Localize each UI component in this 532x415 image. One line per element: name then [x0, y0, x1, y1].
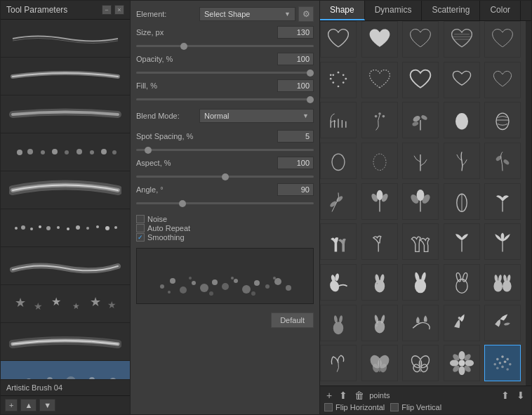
points-up-button[interactable]: ⬆: [499, 389, 512, 402]
spot-slider[interactable]: [136, 143, 314, 153]
default-button[interactable]: Default: [271, 312, 314, 328]
svg-point-20: [114, 226, 117, 229]
shape-item[interactable]: [320, 345, 357, 381]
flip-h-checkbox[interactable]: [324, 403, 333, 411]
tab-shape[interactable]: Shape: [320, 1, 365, 20]
auto-repeat-checkbox[interactable]: [136, 224, 145, 232]
opacity-input[interactable]: [277, 53, 314, 65]
shape-item[interactable]: [484, 345, 521, 381]
add-brush-button[interactable]: +: [5, 399, 18, 411]
upload-shape-button[interactable]: ⬆: [337, 389, 350, 402]
size-slider[interactable]: [136, 39, 314, 49]
shape-item[interactable]: [484, 183, 521, 220]
minimize-button[interactable]: −: [102, 5, 112, 15]
move-up-button[interactable]: ▲: [20, 399, 36, 411]
shape-item[interactable]: [402, 264, 439, 301]
spot-label-row: Spot Spacing, %: [136, 130, 314, 143]
fill-slider[interactable]: [136, 93, 314, 103]
shape-item[interactable]: [320, 264, 357, 301]
shape-item[interactable]: [444, 143, 480, 179]
shape-item[interactable]: [444, 345, 480, 381]
points-down-button[interactable]: ⬇: [514, 389, 527, 402]
svg-point-62: [345, 78, 347, 80]
brush-item[interactable]: [1, 209, 130, 247]
shape-item[interactable]: [320, 305, 357, 341]
add-shape-button[interactable]: +: [324, 389, 334, 402]
shape-item[interactable]: [320, 62, 357, 98]
close-button[interactable]: ×: [114, 5, 124, 15]
angle-slider[interactable]: [136, 197, 314, 206]
shape-item[interactable]: [361, 223, 398, 260]
shape-item[interactable]: [402, 62, 439, 98]
brush-item[interactable]: [1, 171, 130, 209]
select-shape-dropdown[interactable]: Select Shape ▼: [199, 7, 295, 21]
aspect-input[interactable]: [277, 157, 314, 169]
shape-item[interactable]: [444, 21, 480, 58]
shape-item[interactable]: [444, 264, 480, 301]
shape-item[interactable]: [484, 62, 521, 98]
svg-point-115: [503, 280, 512, 291]
shape-item[interactable]: [320, 21, 357, 58]
svg-point-13: [46, 226, 51, 230]
shape-item[interactable]: [484, 223, 521, 260]
shape-item[interactable]: [402, 223, 439, 260]
tab-dynamics[interactable]: Dynamics: [365, 1, 423, 20]
shape-item[interactable]: [444, 223, 480, 260]
shape-item[interactable]: [320, 102, 357, 138]
shape-item[interactable]: [361, 264, 398, 301]
blend-mode-dropdown[interactable]: Normal ▼: [199, 109, 314, 123]
shape-item[interactable]: [444, 183, 480, 220]
shape-item[interactable]: [320, 183, 357, 220]
brush-item[interactable]: [1, 58, 130, 95]
brush-item[interactable]: [1, 247, 130, 285]
angle-label-row: Angle, °: [136, 183, 314, 196]
shape-item[interactable]: [484, 21, 521, 58]
shape-item[interactable]: [402, 305, 439, 341]
shape-item[interactable]: [361, 183, 398, 220]
shape-item[interactable]: [320, 223, 357, 260]
element-settings-button[interactable]: ⚙: [298, 6, 314, 22]
shape-item[interactable]: [361, 102, 398, 138]
shape-item[interactable]: [402, 345, 439, 381]
noise-checkbox[interactable]: [136, 215, 145, 223]
svg-point-66: [330, 78, 332, 80]
shape-item[interactable]: [402, 21, 439, 58]
shape-item[interactable]: [320, 143, 357, 179]
shape-item[interactable]: [484, 102, 521, 138]
brush-item[interactable]: ★ ★ ★ ★ ★ ★: [1, 285, 130, 323]
spot-input[interactable]: [277, 130, 314, 143]
shape-item[interactable]: [361, 345, 398, 381]
shape-item[interactable]: [484, 264, 521, 301]
opacity-slider[interactable]: [136, 66, 314, 76]
shape-item[interactable]: [361, 305, 398, 341]
shape-item[interactable]: [444, 62, 480, 98]
aspect-slider[interactable]: [136, 170, 314, 180]
size-input[interactable]: [277, 26, 314, 39]
fill-input[interactable]: [277, 79, 314, 92]
shape-item[interactable]: [402, 102, 439, 138]
brush-item[interactable]: [1, 20, 130, 58]
shape-item[interactable]: [402, 143, 439, 179]
smoothing-checkbox[interactable]: ✓: [136, 233, 145, 242]
shape-item[interactable]: [484, 305, 521, 341]
shape-item[interactable]: [484, 143, 521, 179]
shape-item[interactable]: [361, 143, 398, 179]
svg-text:★: ★: [90, 295, 101, 309]
brush-item[interactable]: [1, 361, 130, 379]
tab-scattering[interactable]: Scattering: [422, 1, 480, 20]
tab-color[interactable]: Color: [480, 1, 521, 20]
move-down-button[interactable]: ▼: [39, 399, 55, 411]
brush-item[interactable]: [1, 133, 130, 171]
brush-item[interactable]: [1, 323, 130, 361]
shapes-scrollbar[interactable]: [526, 21, 531, 386]
shape-item[interactable]: [444, 102, 480, 138]
shape-item[interactable]: [444, 305, 480, 341]
delete-shape-button[interactable]: 🗑: [352, 389, 366, 402]
shape-item[interactable]: [361, 21, 398, 58]
brush-item[interactable]: [1, 95, 130, 133]
shape-item[interactable]: [361, 62, 398, 98]
opacity-label: Opacity, %: [136, 55, 199, 63]
flip-v-checkbox[interactable]: [390, 403, 399, 411]
angle-input[interactable]: [277, 183, 314, 196]
shape-item[interactable]: [402, 183, 439, 220]
